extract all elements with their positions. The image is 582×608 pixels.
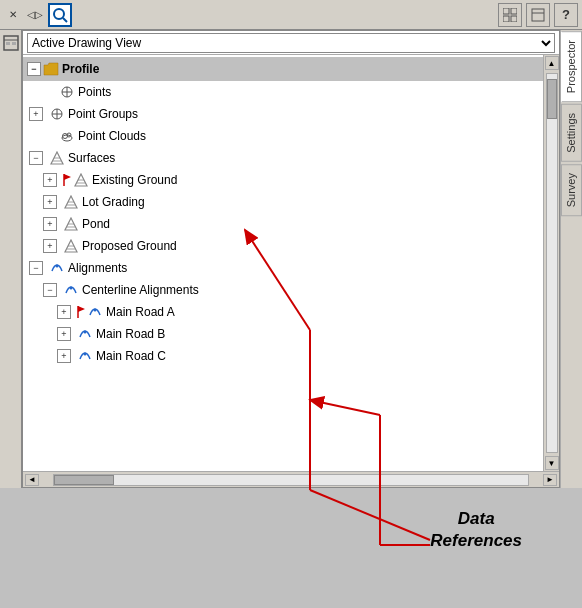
- svg-rect-10: [6, 42, 10, 45]
- window-button[interactable]: [526, 3, 550, 27]
- scroll-right-arrow[interactable]: ►: [543, 474, 557, 486]
- folder-icon: [43, 61, 59, 77]
- existing-ground-label: Existing Ground: [92, 173, 177, 187]
- centerline-alignments-icon: [63, 282, 79, 298]
- close-icon[interactable]: ✕: [4, 6, 22, 24]
- main-road-b-label: Main Road B: [96, 327, 165, 341]
- expand-centerline-alignments[interactable]: −: [43, 283, 57, 297]
- h-scroll-thumb[interactable]: [54, 475, 114, 485]
- expand-profile[interactable]: −: [27, 62, 41, 76]
- surfaces-icon: [49, 150, 65, 166]
- right-tabs: Prospector Settings Survey: [560, 30, 582, 488]
- help-button[interactable]: ?: [554, 3, 578, 27]
- tree-item-lot-grading[interactable]: + Lot Grading: [23, 191, 543, 213]
- main-container: ✕ ◁▷ ?: [0, 0, 582, 608]
- svg-point-44: [84, 353, 87, 356]
- svg-marker-25: [64, 174, 71, 180]
- expand-main-road-a[interactable]: +: [57, 305, 71, 319]
- tree-item-main-road-c[interactable]: + Main Road C: [23, 345, 543, 367]
- tree-item-point-groups[interactable]: + Point Groups: [23, 103, 543, 125]
- svg-point-0: [54, 9, 64, 19]
- surfaces-label: Surfaces: [68, 151, 115, 165]
- main-road-a-icon: [87, 304, 103, 320]
- svg-line-1: [63, 18, 67, 22]
- reference-flag-icon-a: [77, 306, 85, 318]
- svg-rect-2: [503, 8, 509, 14]
- profile-label: Profile: [62, 62, 99, 76]
- lot-grading-label: Lot Grading: [82, 195, 145, 209]
- expand-point-groups[interactable]: +: [29, 107, 43, 121]
- centerline-alignments-label: Centerline Alignments: [82, 283, 199, 297]
- main-road-a-label: Main Road A: [106, 305, 175, 319]
- scroll-left-arrow[interactable]: ◄: [25, 474, 39, 486]
- tree-header: − Profile: [23, 57, 543, 81]
- tab-prospector[interactable]: Prospector: [561, 31, 582, 102]
- h-scroll-track[interactable]: [53, 474, 529, 486]
- svg-rect-11: [12, 42, 16, 45]
- points-icon: [59, 84, 75, 100]
- tree-item-main-road-b[interactable]: + Main Road B: [23, 323, 543, 345]
- expand-proposed-ground[interactable]: +: [43, 239, 57, 253]
- tree-item-main-road-a[interactable]: +: [23, 301, 543, 323]
- svg-point-43: [84, 331, 87, 334]
- reference-flag-icon: [63, 174, 71, 186]
- tree-item-points[interactable]: Points: [23, 81, 543, 103]
- content-area: Active Drawing View −: [0, 30, 582, 488]
- tab-survey[interactable]: Survey: [561, 164, 582, 216]
- point-groups-icon: [49, 106, 65, 122]
- expand-main-road-c[interactable]: +: [57, 349, 71, 363]
- point-clouds-icon: [59, 128, 75, 144]
- main-road-c-label: Main Road C: [96, 349, 166, 363]
- main-road-c-icon: [77, 348, 93, 364]
- svg-rect-6: [532, 9, 544, 21]
- tree-area[interactable]: − Profile: [23, 55, 543, 471]
- expand-pond[interactable]: +: [43, 217, 57, 231]
- svg-point-38: [56, 265, 59, 268]
- existing-ground-icon: [73, 172, 89, 188]
- alignments-icon: [49, 260, 65, 276]
- tab-settings[interactable]: Settings: [561, 104, 582, 162]
- annotation-area: Data References: [0, 488, 582, 608]
- expand-alignments[interactable]: −: [29, 261, 43, 275]
- annotation-arrows-svg: [0, 488, 582, 608]
- svg-point-39: [70, 287, 73, 290]
- scroll-track[interactable]: [546, 73, 558, 453]
- view-select[interactable]: Active Drawing View: [27, 33, 555, 53]
- tiles-button[interactable]: [498, 3, 522, 27]
- scroll-down-arrow[interactable]: ▼: [545, 456, 559, 470]
- expand-main-road-b[interactable]: +: [57, 327, 71, 341]
- zoom-button[interactable]: [48, 3, 72, 27]
- toolbar: ✕ ◁▷ ?: [0, 0, 582, 30]
- tree-item-existing-ground[interactable]: +: [23, 169, 543, 191]
- left-panel: [0, 30, 22, 488]
- bottom-scrollbar[interactable]: ◄ ►: [23, 471, 559, 487]
- svg-rect-5: [511, 16, 517, 22]
- expand-existing-ground[interactable]: +: [43, 173, 57, 187]
- expand-surfaces[interactable]: −: [29, 151, 43, 165]
- pin-left-icon[interactable]: ◁▷: [26, 6, 44, 24]
- pond-icon: [63, 216, 79, 232]
- main-road-b-icon: [77, 326, 93, 342]
- tree-item-centerline-alignments[interactable]: − Centerline Alignments: [23, 279, 543, 301]
- tree-item-point-clouds[interactable]: Point Clouds: [23, 125, 543, 147]
- svg-rect-3: [511, 8, 517, 14]
- expand-lot-grading[interactable]: +: [43, 195, 57, 209]
- tree-item-pond[interactable]: + Pond: [23, 213, 543, 235]
- lot-grading-icon: [63, 194, 79, 210]
- scroll-thumb[interactable]: [547, 79, 557, 119]
- proposed-ground-label: Proposed Ground: [82, 239, 177, 253]
- tree-item-alignments[interactable]: − Alignments: [23, 257, 543, 279]
- tree-item-surfaces[interactable]: − Surfaces: [23, 147, 543, 169]
- proposed-ground-icon: [63, 238, 79, 254]
- palette-panel: Active Drawing View −: [22, 30, 560, 488]
- svg-marker-41: [78, 306, 85, 312]
- svg-rect-4: [503, 16, 509, 22]
- vertical-scrollbar[interactable]: ▲ ▼: [543, 55, 559, 471]
- svg-point-42: [94, 309, 97, 312]
- profile-icon[interactable]: [2, 34, 20, 52]
- pond-label: Pond: [82, 217, 110, 231]
- point-groups-label: Point Groups: [68, 107, 138, 121]
- tree-item-proposed-ground[interactable]: + Proposed Ground: [23, 235, 543, 257]
- scroll-up-arrow[interactable]: ▲: [545, 56, 559, 70]
- point-clouds-label: Point Clouds: [78, 129, 146, 143]
